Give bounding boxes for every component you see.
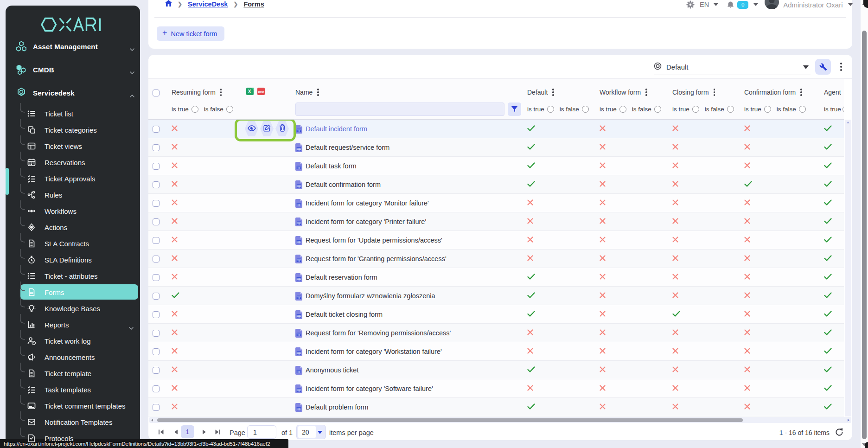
table-row[interactable]: Incident form for category 'Printer fail… [148, 212, 844, 231]
grid-scroll-up-icon[interactable] [847, 122, 849, 123]
language-caret-icon[interactable] [714, 3, 718, 6]
column-menu-kebab[interactable] [645, 89, 647, 96]
row-checkbox[interactable] [153, 287, 160, 305]
grid-menu-kebab[interactable] [836, 59, 846, 75]
first-page-button[interactable] [155, 425, 167, 438]
edit-row-button[interactable] [260, 121, 274, 136]
sidebar-group-asset-management[interactable]: Asset Management [6, 36, 140, 57]
name-filter-button[interactable] [508, 102, 521, 116]
column-menu-kebab[interactable] [220, 89, 222, 96]
table-row[interactable]: Incident form for category 'Software fai… [148, 379, 844, 398]
home-icon[interactable] [165, 0, 172, 8]
is-false-radio[interactable] [226, 106, 233, 113]
table-row[interactable]: Request form for 'Granting permissions/a… [148, 250, 844, 268]
filter-default: is true is false [527, 98, 592, 120]
row-checkbox[interactable] [153, 194, 160, 212]
table-row[interactable]: Request form for 'Removing permissions/a… [148, 324, 844, 342]
row-checkbox[interactable] [153, 175, 160, 194]
new-ticket-form-button[interactable]: + New ticket form [157, 26, 224, 41]
table-row[interactable]: Default reservation form [148, 268, 844, 287]
page-scrollbar-thumb[interactable] [862, 31, 867, 439]
breadcrumb-servicedesk-link[interactable]: ServiceDesk [188, 0, 228, 8]
grid-scroll-right-icon[interactable] [848, 419, 849, 422]
excel-export-icon[interactable]: X [246, 88, 254, 97]
grid-settings-wrench-button[interactable] [815, 59, 831, 75]
row-checkbox[interactable] [153, 212, 160, 231]
table-row[interactable]: Domyślny formularz wznowienia zgłoszenia [148, 287, 844, 305]
settings-gear-icon[interactable] [686, 0, 695, 9]
row-checkbox[interactable] [153, 231, 160, 250]
grid-horizontal-scrollbar-thumb[interactable] [157, 418, 743, 422]
row-checkbox[interactable] [153, 379, 160, 398]
copy-icon [27, 125, 36, 134]
dropdown-caret-icon[interactable] [803, 65, 809, 69]
sidebar-group-servicedesk[interactable]: Servicedesk [6, 83, 140, 103]
view-row-button[interactable] [245, 121, 258, 136]
language-selector[interactable]: EN [700, 1, 709, 8]
notification-count-badge[interactable]: 0 [737, 1, 748, 9]
form-name-link[interactable]: Default incident form [306, 125, 367, 133]
row-checkbox[interactable] [153, 120, 160, 138]
grid-scroll-left-icon[interactable] [151, 419, 153, 422]
current-page-button[interactable]: 1 [181, 425, 194, 438]
column-menu-kebab[interactable] [552, 89, 554, 96]
is-true-radio[interactable] [619, 106, 626, 113]
last-page-button[interactable] [211, 425, 223, 438]
row-checkbox[interactable] [153, 305, 160, 324]
table-row[interactable]: Default confirmation form [148, 175, 844, 194]
previous-page-button[interactable] [170, 425, 182, 438]
column-menu-kebab[interactable] [714, 89, 715, 96]
user-menu-caret-icon[interactable] [848, 3, 853, 6]
delete-row-button[interactable] [275, 121, 289, 136]
page-number-input[interactable] [247, 425, 276, 439]
notifications-caret-icon[interactable] [753, 3, 758, 6]
sidebar-group-cmdb[interactable]: CMDB [6, 59, 140, 80]
table-row[interactable]: Default ticket closing form [148, 305, 844, 324]
row-checkbox[interactable] [153, 138, 160, 157]
is-false-radio[interactable] [727, 106, 734, 113]
table-row[interactable]: Request form for 'Update permissions/acc… [148, 231, 844, 250]
is-false-radio[interactable] [582, 106, 589, 113]
row-checkbox[interactable] [153, 268, 160, 287]
is-true-radio[interactable] [842, 106, 844, 113]
is-false-radio[interactable] [654, 106, 661, 113]
is-true-radio[interactable] [191, 106, 198, 113]
refresh-button[interactable] [833, 426, 845, 438]
row-checkbox[interactable] [153, 250, 160, 268]
grid-horizontal-scrollbar[interactable] [149, 417, 851, 423]
is-true-radio[interactable] [547, 106, 554, 113]
is-true-radio[interactable] [764, 106, 771, 113]
is-false-radio[interactable] [799, 106, 806, 113]
workflow-form-cell [600, 231, 606, 250]
table-row[interactable]: Default incident form [148, 120, 844, 138]
row-checkbox[interactable] [153, 342, 160, 361]
table-row[interactable]: Default problem form [148, 398, 844, 416]
table-row[interactable]: Default request/service form [148, 138, 844, 157]
row-checkbox[interactable] [153, 398, 160, 416]
table-row[interactable]: Anonymous ticket [148, 361, 844, 379]
row-checkbox[interactable] [153, 361, 160, 379]
select-all-checkbox[interactable] [153, 90, 160, 98]
grid-vertical-scrollbar[interactable] [845, 120, 851, 416]
row-checkbox[interactable] [153, 157, 160, 175]
default-cell [527, 120, 535, 138]
name-filter-input[interactable] [295, 102, 504, 116]
avatar[interactable] [765, 0, 779, 9]
is-true-radio[interactable] [692, 106, 699, 113]
row-checkbox[interactable] [153, 324, 160, 342]
check-icon [824, 180, 832, 189]
table-row[interactable]: Incident form for category 'Monitor fail… [148, 194, 844, 212]
user-name[interactable]: Administrator Oxari [783, 1, 842, 9]
next-page-button[interactable] [198, 425, 210, 438]
column-menu-kebab[interactable] [317, 89, 319, 96]
view-selector-dropdown[interactable]: Default [654, 59, 811, 75]
page-scrollbar[interactable] [861, 0, 868, 448]
table-row[interactable]: Incident form for category 'Workstation … [148, 342, 844, 361]
notifications-bell-icon[interactable] [727, 1, 734, 9]
breadcrumb-forms: Forms [243, 0, 264, 8]
table-row[interactable]: Default task form [148, 157, 844, 175]
svg-text:X: X [248, 89, 251, 94]
column-menu-kebab[interactable] [800, 89, 802, 96]
pdf-export-icon[interactable]: PDF [257, 88, 265, 97]
page-size-dropdown[interactable]: 20 [296, 425, 326, 439]
